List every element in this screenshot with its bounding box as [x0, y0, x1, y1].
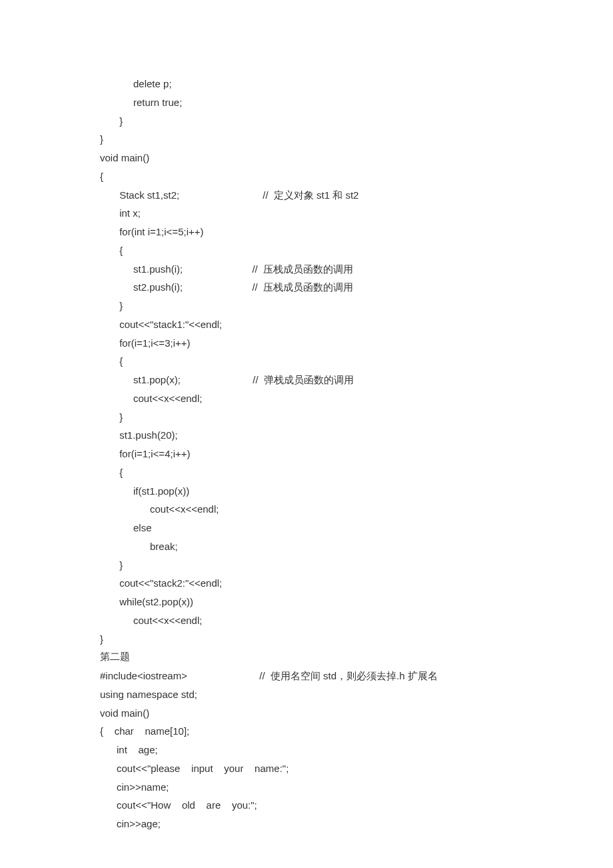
code-line: cout<<"stack2:"<<endl;	[100, 574, 513, 593]
code-line: int age;	[100, 741, 513, 759]
code-line: st1.push(i); // 压栈成员函数的调用	[100, 260, 513, 279]
code-line: delete p;	[100, 75, 513, 93]
code-line: {	[100, 352, 513, 371]
code-line: {	[100, 241, 513, 260]
code-line: void main()	[100, 149, 513, 167]
code-line: break;	[100, 537, 513, 556]
code-line: if(st1.pop(x))	[100, 482, 513, 501]
code-line: }	[100, 408, 513, 427]
code-line: }	[100, 130, 513, 149]
code-line: Stack st1,st2; // 定义对象 st1 和 st2	[100, 186, 513, 205]
code-line: st2.push(i); // 压栈成员函数的调用	[100, 278, 513, 297]
code-line: return true;	[100, 93, 513, 112]
code-line: #include<iostream> // 使用名空间 std，则必须去掉.h …	[100, 667, 513, 685]
code-line: }	[100, 630, 513, 649]
code-line: cin>>age;	[100, 815, 513, 833]
section-title: 第二题	[100, 648, 513, 667]
code-line: else	[100, 519, 513, 537]
code-line: for(i=1;i<=4;i++)	[100, 445, 513, 463]
code-line: while(st2.pop(x))	[100, 593, 513, 611]
code-line: cout<<x<<endl;	[100, 500, 513, 519]
code-line: cout<<"please input your name:";	[100, 759, 513, 778]
code-line: void main()	[100, 704, 513, 723]
code-line: cout<<x<<endl;	[100, 611, 513, 630]
code-line: using namespace std;	[100, 685, 513, 704]
code-line: cout<<"stack1:"<<endl;	[100, 315, 513, 334]
code-line: {	[100, 167, 513, 186]
code-line: }	[100, 112, 513, 131]
code-line: }	[100, 297, 513, 315]
code-line: for(i=1;i<=3;i++)	[100, 334, 513, 353]
code-line: st1.pop(x); // 弹栈成员函数的调用	[100, 371, 513, 389]
code-line: }	[100, 556, 513, 575]
code-line: int x;	[100, 204, 513, 223]
code-line: cin>>name;	[100, 778, 513, 797]
code-line: for(int i=1;i<=5;i++)	[100, 223, 513, 241]
code-line: {	[100, 463, 513, 482]
document-page: delete p; return true; } } void main() {…	[0, 0, 613, 868]
code-line: { char name[10];	[100, 722, 513, 741]
code-line: st1.push(20);	[100, 426, 513, 445]
code-line: cout<<"How old are you:";	[100, 796, 513, 815]
code-line: cout<<x<<endl;	[100, 389, 513, 408]
